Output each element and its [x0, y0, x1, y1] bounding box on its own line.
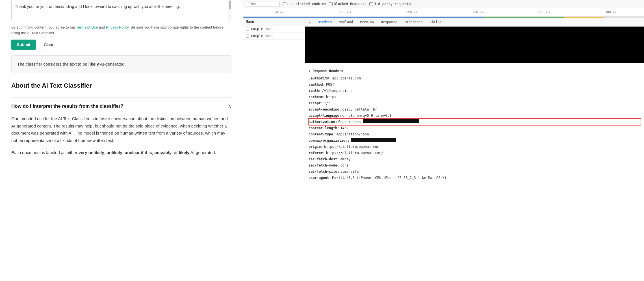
result-box: The classifier considers the text to be …	[11, 55, 231, 73]
timeline-300ms: 300 ms	[578, 10, 644, 14]
timeline-50ms: 50 ms	[246, 10, 312, 14]
header-openai-org: openai-organization:	[309, 137, 641, 144]
faq-item: How do I interpret the results from the …	[11, 97, 231, 156]
timeline-250ms: 250 ms	[511, 10, 578, 14]
privacy-policy-link[interactable]: Privacy Policy	[106, 25, 129, 29]
header-key-authority: :authority:	[309, 76, 331, 81]
header-authority: :authority: api.openai.com	[309, 75, 641, 81]
header-value-authority: api.openai.com	[332, 76, 361, 81]
tab-preview[interactable]: Preview	[357, 18, 378, 26]
header-method: :method: POST	[309, 81, 641, 88]
header-key-accept: accept:	[309, 101, 323, 106]
network-item-1[interactable]: completions	[243, 25, 305, 33]
timeline-150ms: 150 ms	[379, 10, 445, 14]
faq-answer: Our intended use for the AI Text Classif…	[11, 115, 231, 156]
submit-button[interactable]: Submit	[11, 40, 36, 50]
header-content-type: content-type: application/json	[309, 131, 641, 137]
header-value-origin: https://platform.openai.com	[324, 144, 379, 149]
header-sec-fetch-mode: sec-fetch-mode: cors	[309, 162, 641, 168]
network-item-name-1: completions	[251, 27, 273, 31]
header-key-sec-fetch-mode: sec-fetch-mode:	[309, 163, 339, 168]
header-key-authorization: authorization:	[309, 119, 337, 124]
header-key-method: :method:	[309, 82, 325, 87]
header-accept-encoding: accept-encoding: gzip, deflate, br	[309, 106, 641, 113]
header-value-method: POST	[326, 82, 334, 87]
header-value-openai-org-redacted	[351, 138, 396, 142]
third-party-requests-label[interactable]: 3rd-party requests	[369, 2, 411, 6]
header-key-user-agent: user-agent:	[309, 175, 331, 180]
filter-input[interactable]	[246, 1, 280, 7]
network-item-checkbox-2[interactable]	[246, 34, 249, 38]
header-value-sec-fetch-dest: empty	[340, 157, 350, 162]
button-row: Submit Clear	[11, 40, 231, 50]
devtools-body: Name completions completions ✕ Headers P…	[243, 18, 644, 281]
terms-text: By submitting content, you agree to our …	[11, 25, 231, 36]
header-value-accept-encoding: gzip, deflate, br	[342, 107, 377, 112]
header-value-authorization-redacted	[363, 119, 419, 123]
header-value-content-length: 1452	[340, 126, 348, 131]
tab-initiator[interactable]: Initiator	[401, 18, 426, 26]
header-key-accept-encoding: accept-encoding:	[309, 107, 341, 112]
header-sec-fetch-site: sec-fetch-site: same-site	[309, 168, 641, 175]
header-value-sec-fetch-mode: cors	[340, 163, 348, 168]
faq-question-row[interactable]: How do I interpret the results from the …	[11, 103, 231, 109]
tab-payload[interactable]: Payload	[335, 18, 357, 26]
left-panel: Thank you for your understanding and I l…	[0, 0, 243, 281]
network-item-2[interactable]: completions	[243, 33, 305, 40]
header-key-content-type: content-type:	[309, 132, 335, 137]
network-list: Name completions completions	[243, 18, 305, 281]
tab-headers[interactable]: Headers	[314, 18, 335, 26]
header-key-sec-fetch-site: sec-fetch-site:	[309, 169, 339, 174]
section-title: About the AI Text Classifier	[11, 82, 231, 89]
scrollbar-thumb[interactable]	[229, 1, 231, 9]
header-value-path: /v1/completions	[322, 88, 352, 93]
devtools-panel: Has blocked cookies Blocked Requests 3rd…	[243, 0, 644, 281]
close-button[interactable]: ✕	[306, 19, 313, 26]
header-key-referer: referer:	[309, 150, 325, 155]
header-key-scheme: :scheme:	[309, 94, 325, 100]
tab-response[interactable]: Response	[378, 18, 401, 26]
timeline-200ms: 200 ms	[445, 10, 511, 14]
header-key-path: :path:	[309, 88, 321, 93]
detail-tabs: ✕ Headers Payload Preview Response Initi…	[305, 18, 644, 27]
network-item-checkbox-1[interactable]	[246, 27, 249, 31]
header-value-scheme: https	[326, 94, 336, 100]
header-value-content-type: application/json	[336, 132, 369, 137]
header-key-sec-fetch-dest: sec-fetch-dest:	[309, 157, 339, 162]
faq-question: How do I interpret the results from the …	[11, 103, 123, 109]
header-referer: referer: https://platform.openai.com/	[309, 150, 641, 156]
network-item-name-2: completions	[251, 34, 273, 38]
text-input[interactable]: Thank you for your understanding and I l…	[11, 0, 231, 20]
terms-of-use-link[interactable]: Terms of Use	[76, 25, 98, 29]
preview-image	[305, 27, 644, 63]
header-key-origin: origin:	[309, 144, 323, 149]
header-content-length: content-length: 1452	[309, 125, 641, 131]
header-user-agent: user-agent: Mozilla/5.0 (iPhone; CPU iPh…	[309, 175, 641, 181]
scrollbar[interactable]	[228, 0, 231, 21]
header-value-accept: */*	[324, 101, 330, 106]
has-blocked-cookies-label[interactable]: Has blocked cookies	[283, 2, 326, 6]
header-value-authorization-prefix: Bearer sess-	[338, 119, 363, 124]
timeline-100ms: 100 ms	[312, 10, 379, 14]
header-accept-language: accept-language: en-US, en;q=0.9 la;q=0.…	[309, 113, 641, 119]
header-value-referer: https://platform.openai.com/	[326, 150, 383, 155]
header-value-user-agent: Mozilla/5.0 (iPhone; CPU iPhone OS 13_2_…	[332, 175, 446, 180]
blocked-requests-checkbox[interactable]	[329, 2, 333, 6]
chevron-up-icon[interactable]: ∧	[228, 103, 231, 109]
third-party-requests-checkbox[interactable]	[369, 2, 373, 6]
timeline-labels: 50 ms 100 ms 150 ms 200 ms 250 ms 300 ms	[243, 10, 644, 14]
blocked-requests-label[interactable]: Blocked Requests	[329, 2, 367, 6]
timeline-bar: 50 ms 100 ms 150 ms 200 ms 250 ms 300 ms	[243, 8, 644, 17]
header-origin: origin: https://platform.openai.com	[309, 144, 641, 150]
devtools-filter-bar: Has blocked cookies Blocked Requests 3rd…	[243, 0, 644, 8]
textarea-container: Thank you for your understanding and I l…	[11, 0, 231, 21]
request-headers-section: ▾ Request Headers :authority: api.openai…	[305, 67, 644, 183]
header-authorization: authorization: Bearer sess-	[309, 119, 641, 125]
has-blocked-cookies-checkbox[interactable]	[283, 2, 286, 6]
clear-button[interactable]: Clear	[39, 40, 58, 50]
header-key-content-length: content-length:	[309, 126, 339, 131]
header-key-openai-org: openai-organization:	[309, 138, 350, 143]
detail-panel: ✕ Headers Payload Preview Response Initi…	[305, 18, 644, 281]
header-accept: accept: */*	[309, 100, 641, 106]
tab-timing[interactable]: Timing	[426, 18, 445, 26]
